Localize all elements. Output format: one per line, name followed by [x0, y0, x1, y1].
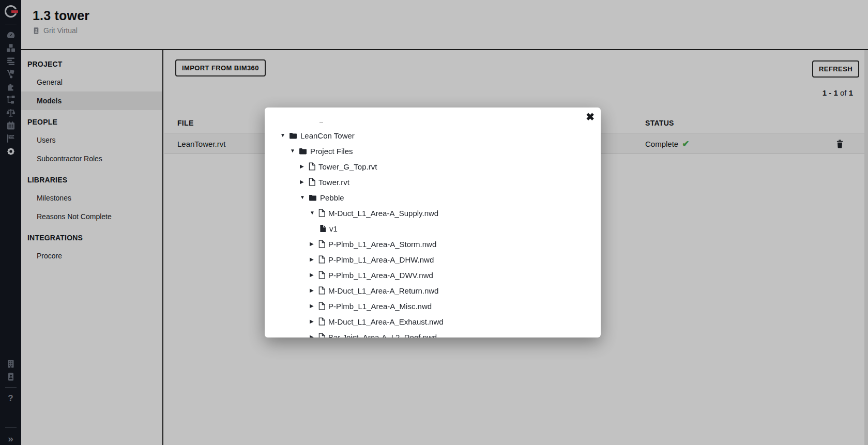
tree-item-label: LeanCon Tower — [300, 131, 355, 140]
file-icon — [309, 178, 315, 186]
tree-item[interactable]: ▶P-Plmb_L1_Area-A_DHW.nwd — [265, 252, 601, 267]
file-icon — [309, 162, 315, 171]
tree-item-label: P-Plmb_L1_Area-A_Misc.nwd — [328, 302, 432, 311]
toggle-collapsed-icon[interactable]: ▶ — [310, 334, 318, 337]
toggle-collapsed-icon[interactable]: ▶ — [310, 257, 318, 262]
file-icon — [318, 317, 325, 326]
folder-icon — [289, 132, 297, 139]
folder-icon — [309, 194, 317, 201]
toggle-expanded-icon[interactable]: ▼ — [310, 210, 318, 216]
tree-item[interactable]: ▼Project Files — [265, 143, 601, 159]
file-icon — [318, 286, 325, 295]
tree-item[interactable]: ▶M-Duct_L1_Area-A_Return.nwd — [265, 283, 601, 298]
tree-item-label: M-Duct_L1_Area-A_Supply.nwd — [328, 209, 438, 218]
toggle-collapsed-icon[interactable]: ▶ — [310, 272, 318, 278]
file-icon — [318, 240, 325, 248]
toggle-collapsed-icon[interactable]: ▶ — [300, 179, 309, 185]
toggle-expanded-icon[interactable]: ▼ — [300, 195, 309, 200]
tree-item[interactable]: ▶M-Duct_L1_Area-A_Exhaust.nwd — [265, 314, 601, 329]
tree-item-label: Tower_G_Top.rvt — [318, 162, 377, 171]
toggle-collapsed-icon[interactable]: ▶ — [310, 241, 318, 247]
file-filled-icon — [319, 224, 326, 233]
file-icon — [318, 333, 325, 337]
tree-item-label: Project Files — [310, 147, 353, 156]
tree-item-label: Pebble — [320, 193, 344, 202]
tree-item[interactable]: v1 — [265, 221, 601, 236]
toggle-expanded-icon[interactable]: ▼ — [290, 148, 299, 154]
bim360-file-picker-dialog: ✖ ▼LeanCon Tower▼Project Files▶Tower_G_T… — [265, 108, 601, 337]
tree-item-label: P-Plmb_L1_Area-A_DWV.nwd — [328, 271, 433, 280]
file-icon — [318, 302, 325, 310]
tree-item-label: P-Plmb_L1_Area-A_Storm.nwd — [328, 240, 436, 249]
toggle-collapsed-icon[interactable]: ▶ — [310, 319, 318, 324]
tree-item[interactable]: ▼Pebble — [265, 190, 601, 205]
tree-item[interactable]: ▼LeanCon Tower — [265, 128, 601, 143]
folder-icon — [299, 148, 307, 155]
tree-item[interactable]: ▶P-Plmb_L1_Area-A_Storm.nwd — [265, 236, 601, 252]
tree-item[interactable]: ▼M-Duct_L1_Area-A_Supply.nwd — [265, 205, 601, 221]
tree-item[interactable]: ▶P-Plmb_L1_Area-A_DWV.nwd — [265, 267, 601, 283]
tree-item-label: P-Plmb_L1_Area-A_DHW.nwd — [328, 255, 434, 264]
file-icon — [318, 209, 325, 217]
tree-item-label: M-Duct_L1_Area-A_Exhaust.nwd — [328, 317, 444, 326]
file-tree: ▼LeanCon Tower▼Project Files▶Tower_G_Top… — [265, 108, 601, 337]
file-icon — [318, 255, 325, 264]
tree-item[interactable]: ▶Bar Joist_Area-A_L2_Roof.nwd — [265, 329, 601, 337]
tree-item-label: M-Duct_L1_Area-A_Return.nwd — [328, 286, 438, 295]
toggle-collapsed-icon[interactable]: ▶ — [310, 303, 318, 309]
tree-item-label: v1 — [329, 224, 338, 233]
tree-item[interactable]: ▶P-Plmb_L1_Area-A_Misc.nwd — [265, 298, 601, 314]
file-icon — [318, 271, 325, 279]
tree-item-label: Tower.rvt — [318, 178, 349, 187]
tree-item[interactable]: ▶Tower.rvt — [265, 174, 601, 190]
toggle-collapsed-icon[interactable]: ▶ — [310, 288, 318, 293]
toggle-collapsed-icon[interactable]: ▶ — [300, 164, 309, 169]
tree-item-label: Bar Joist_Area-A_L2_Roof.nwd — [328, 333, 437, 338]
toggle-expanded-icon[interactable]: ▼ — [280, 133, 289, 138]
tree-item[interactable]: ▶Tower_G_Top.rvt — [265, 159, 601, 174]
